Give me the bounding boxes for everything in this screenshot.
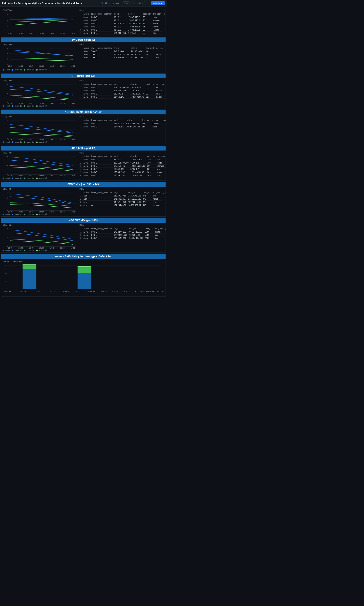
add-panel-btn[interactable]: Add Panel — [151, 1, 165, 5]
count2d-dot — [24, 69, 26, 71]
smb-table: action device_group_hierarchy src_ip des… — [79, 191, 166, 207]
table-row: 5 allow 0-0-0-0 92.1.1.1 176.45.176.2 23… — [79, 28, 166, 32]
dest-ip-cell: 231.32.38.126 — [127, 198, 142, 201]
dns-detail-area: Detail action device_group_hierarchy src… — [78, 42, 166, 72]
dest-ip-cell: 192.168.1.40 — [130, 86, 145, 89]
action-cell: allow — [83, 161, 90, 164]
dest-ip-cell: 240.84.174.144 — [125, 125, 141, 128]
dns-svg: 15 10 5 0 10:45 10:46 10:47 10:48 — [2, 46, 77, 68]
ldap-chart-area: Daily Trend 40 20 0 10:45 10:46 10:47 — [1, 150, 78, 180]
src-ip-cell: 175.45.176.1 — [113, 171, 130, 174]
table-row: 3 allow 0-0-0-0 120.30.1.3 148.2.37.9.17… — [79, 92, 165, 95]
th-port: dest_port — [144, 46, 155, 50]
stacked-panel: Network Traffic Using the Unencrypted De… — [1, 254, 166, 297]
dest-port-cell: 3389 — [144, 234, 154, 237]
ntp-detail-area: Detail action device_group_hierarchy src… — [78, 78, 166, 108]
ntp-detail-label: Detail — [79, 80, 164, 82]
svg-text:10:47: 10:47 — [29, 65, 33, 67]
dns-body: Daily Trend 15 10 5 0 — [1, 42, 166, 72]
more-btn[interactable]: ⋮ — [144, 1, 149, 5]
table-row: 3 allow 0-0-0-0 175.45.176.2 182.151.231… — [79, 164, 166, 168]
netbios-chart: 4 2 0 10:45 10:46 10:47 10:48 10:49 10:5… — [2, 119, 77, 140]
netbios-chart-area: Daily Trend 4 2 0 10:45 10:46 10:47 1 — [1, 114, 78, 144]
th-src: src_ip — [113, 119, 125, 122]
dest-ip-cell: 172.1.5.0 — [130, 89, 145, 92]
stacked-svg: 15 10 5 10:42:30 10:43:30 10:44 — [3, 263, 164, 295]
table-row: 2 allow 0-0-0-0 207.235.176.5 172.1.5.0 … — [79, 89, 165, 92]
action-cell: alert — [83, 201, 90, 204]
svg-text:10:49: 10:49 — [50, 175, 54, 176]
col-dest-ip: dest_ip — [127, 12, 142, 16]
row-num: 1 — [79, 158, 83, 161]
src-user-cell: admin — [152, 25, 162, 28]
action-cell: allow — [83, 164, 90, 168]
action-cell: allow — [83, 50, 90, 53]
row-num: 2 — [79, 89, 83, 92]
src-user-cell: tim — [152, 201, 162, 204]
dest-ip-cell: 120.30.2.111 — [130, 53, 144, 56]
ldap-l4: _count_3d — [36, 177, 47, 179]
svg-text:10:51: 10:51 — [71, 139, 75, 140]
table-row: 5 allow 0-0-0-0 175.45.176.1 172.168.100… — [79, 171, 166, 174]
th-dest: dest_ip — [125, 119, 141, 122]
ldap-panel: LDAP Traffic (port 389) Daily Trend 40 2… — [1, 146, 166, 180]
row-num: 1 — [79, 16, 83, 19]
dest-ip-cell: 120.30.2.111 — [130, 174, 146, 177]
smb-detail-label: Detail — [79, 188, 164, 190]
edit-icon[interactable]: ✎ — [102, 2, 104, 4]
dns-legend: _count _count_1d _count_2d _count_3d — [2, 69, 77, 71]
dns-trend-label: Daily Trend — [2, 43, 77, 46]
l1: _count — [4, 141, 10, 143]
svg-text:10:47: 10:47 — [29, 103, 33, 104]
dest-ip-cell: 240.84.174.144 — [129, 237, 144, 240]
svg-text:10:51: 10:51 — [71, 103, 75, 104]
dest-ip-cell: 192.168.50.80 — [127, 201, 142, 204]
svg-text:10:50: 10:50 — [60, 247, 65, 249]
svg-text:4: 4 — [7, 237, 8, 239]
action-cell: allow — [83, 125, 90, 128]
page-title: Palo Alto 9 - Security Analytics - Commu… — [2, 2, 100, 5]
dest-port-cell: 445 — [142, 201, 152, 204]
dgh-cell: 0-0-0-0 — [90, 234, 113, 237]
th-dgh: device_group_hierarchy — [90, 155, 113, 158]
row-num: 5 — [79, 171, 83, 174]
table-row: 4 alert --- 174.234.40.32 16.233.157.34 … — [79, 204, 166, 207]
dgh-cell: 0-0-0-0 — [90, 89, 113, 92]
row-num: 1 — [79, 230, 83, 234]
l1: _count — [4, 105, 10, 107]
col-dest-port: dest_port — [142, 12, 152, 16]
ntp-l1: _count — [2, 105, 10, 107]
dgh-cell: 0-0-0-0 — [90, 53, 113, 56]
count-label: _count — [4, 69, 10, 71]
th-action: action — [83, 227, 90, 230]
refresh-btn[interactable]: ↻ — [131, 1, 136, 5]
dgh-cell: 0-0-0-0 — [90, 86, 113, 89]
svg-text:10:48: 10:48 — [39, 211, 44, 213]
dgh-cell: 0-0-0-0 — [90, 174, 113, 177]
row-num: 4 — [79, 25, 83, 28]
src-user-cell: dduc — [156, 161, 166, 164]
d3 — [24, 177, 26, 179]
dest-port-cell: 389 — [146, 171, 156, 174]
th-num — [79, 227, 83, 230]
d4 — [36, 177, 38, 179]
count-dot — [2, 69, 4, 71]
dest-ip-cell: 142.74.76.166 — [127, 194, 142, 198]
svg-text:2: 2 — [7, 202, 8, 204]
src-ip-cell: 124.243.25.82 — [113, 56, 130, 59]
row-num: 5 — [79, 28, 83, 32]
time-range-btn[interactable]: -5m — [123, 1, 130, 5]
smb-trend-label: Daily Trend — [2, 188, 77, 190]
src-user-cell: stefano — [152, 19, 162, 22]
table-row: 2 allow 0-0-0-0 92.1.1.1 176.45.176.2 23… — [79, 19, 166, 22]
svg-text:10:46: 10:46 — [18, 211, 23, 213]
filter-btn[interactable]: ⊟ — [138, 1, 143, 5]
bar-lightgreen-2 — [78, 266, 91, 267]
svg-text:10: 10 — [5, 13, 8, 15]
ntp-panel: NTP Traffic (port 123) Daily Trend 10 5 … — [1, 73, 166, 108]
svg-text:10:50: 10:50 — [60, 211, 65, 213]
msrdp-svg: 8 4 0 10:45 10:46 10:47 10:48 10:49 10:5… — [2, 227, 77, 249]
smb-l1: _count — [2, 213, 10, 215]
svg-text:10:45: 10:45 — [8, 32, 13, 34]
count1d-dot — [12, 69, 13, 71]
